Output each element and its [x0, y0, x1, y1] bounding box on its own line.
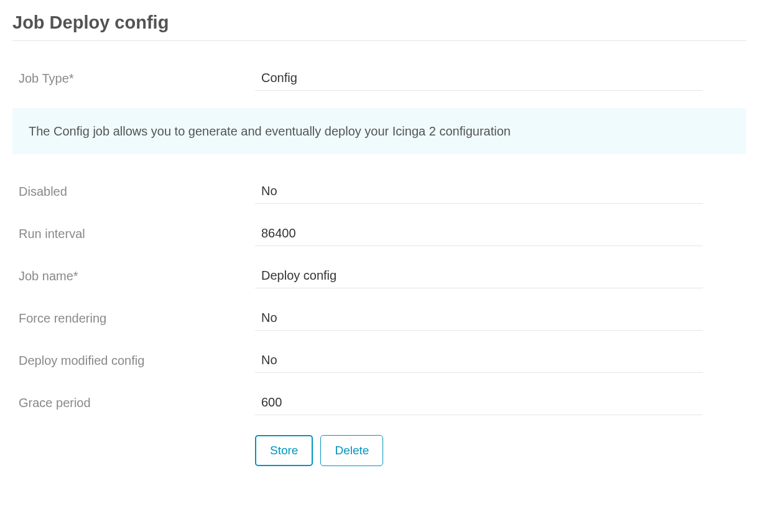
grace-period-row: Grace period 600: [12, 390, 746, 415]
force-rendering-select[interactable]: No: [255, 306, 703, 331]
run-interval-row: Run interval 86400: [12, 221, 746, 246]
info-box: The Config job allows you to generate an…: [12, 108, 746, 154]
disabled-label: Disabled: [19, 185, 255, 199]
job-type-row: Job Type* Config: [12, 66, 746, 91]
delete-button[interactable]: Delete: [320, 435, 383, 466]
force-rendering-label: Force rendering: [19, 311, 255, 326]
deploy-modified-config-row: Deploy modified config No: [12, 348, 746, 373]
job-name-row: Job name* Deploy config: [12, 264, 746, 288]
disabled-row: Disabled No: [12, 179, 746, 204]
run-interval-label: Run interval: [19, 227, 255, 241]
job-type-select[interactable]: Config: [255, 66, 703, 91]
deploy-modified-config-label: Deploy modified config: [19, 354, 255, 368]
job-name-label: Job name*: [19, 269, 255, 283]
store-button[interactable]: Store: [255, 435, 313, 466]
page-title: Job Deploy config: [12, 12, 746, 41]
run-interval-input[interactable]: 86400: [255, 221, 703, 246]
job-name-input[interactable]: Deploy config: [255, 264, 703, 288]
deploy-modified-config-select[interactable]: No: [255, 348, 703, 373]
button-row: Store Delete: [12, 435, 746, 466]
job-type-label: Job Type*: [19, 71, 255, 86]
grace-period-input[interactable]: 600: [255, 390, 703, 415]
disabled-select[interactable]: No: [255, 179, 703, 204]
grace-period-label: Grace period: [19, 396, 255, 410]
force-rendering-row: Force rendering No: [12, 306, 746, 331]
